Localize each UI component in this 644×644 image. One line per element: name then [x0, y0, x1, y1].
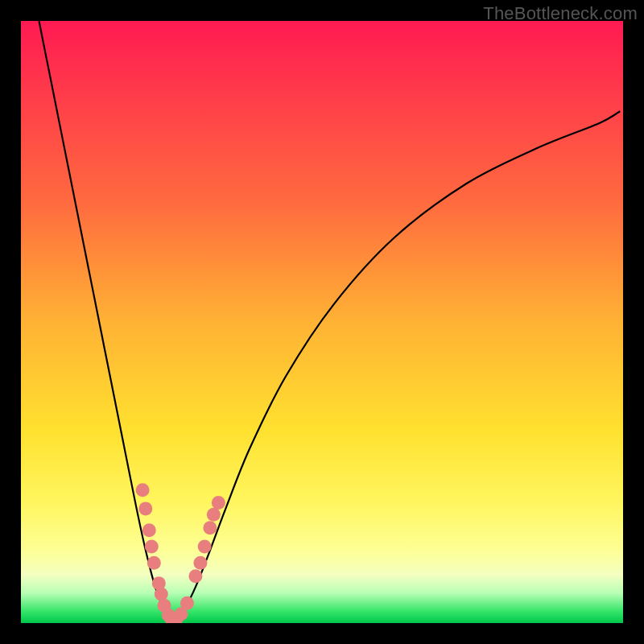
marker-point: [188, 569, 202, 583]
marker-group: [136, 483, 225, 623]
marker-point: [138, 502, 152, 515]
marker-point: [193, 556, 207, 570]
chart-frame: TheBottleneck.com: [0, 0, 644, 644]
marker-point: [207, 508, 221, 522]
marker-point: [142, 523, 156, 537]
marker-point: [136, 483, 150, 497]
marker-point: [145, 540, 159, 554]
marker-point: [155, 588, 168, 601]
marker-point: [147, 556, 161, 570]
watermark-text: TheBottleneck.com: [483, 3, 638, 24]
plot-area: [21, 21, 623, 623]
marker-point: [212, 496, 225, 510]
marker-point: [180, 597, 194, 610]
curve-right: [171, 111, 620, 623]
chart-svg: [21, 21, 623, 623]
marker-point: [198, 540, 212, 554]
marker-point: [203, 521, 217, 535]
